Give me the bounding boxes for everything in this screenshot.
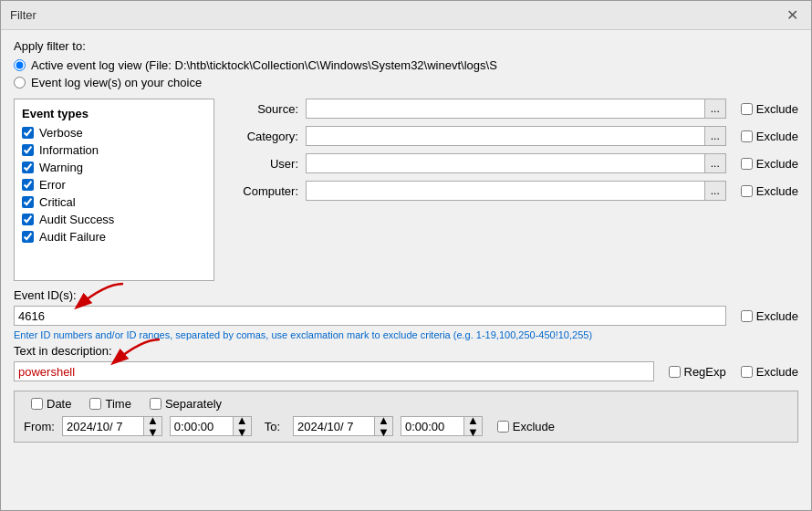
close-button[interactable]: ✕ — [783, 6, 802, 24]
from-time-group: ▲ ▼ — [170, 416, 252, 436]
time-checkbox[interactable] — [89, 398, 101, 410]
category-input[interactable] — [306, 126, 705, 146]
critical-checkbox[interactable] — [22, 196, 34, 208]
event-types-label: Event types — [22, 107, 206, 120]
text-desc-exclude-checkbox[interactable] — [741, 366, 753, 378]
main-content: Event types Verbose Information Warning … — [14, 99, 798, 281]
computer-exclude-group: Exclude — [741, 184, 798, 198]
verbose-label[interactable]: Verbose — [39, 126, 83, 140]
text-desc-row: RegExp Exclude — [14, 361, 798, 381]
source-input-group: ... — [306, 99, 726, 119]
active-log-radio[interactable] — [14, 59, 26, 71]
category-label: Category: — [225, 130, 298, 143]
information-label[interactable]: Information — [39, 143, 99, 157]
user-input[interactable] — [306, 153, 705, 173]
event-types-panel: Event types Verbose Information Warning … — [14, 99, 214, 281]
category-input-group: ... — [306, 126, 726, 146]
user-exclude-checkbox[interactable] — [741, 158, 753, 170]
category-dots-button[interactable]: ... — [705, 126, 726, 146]
date-label[interactable]: Date — [47, 397, 71, 411]
from-time-spin-button[interactable]: ▲ ▼ — [234, 416, 252, 436]
regexp-checkbox[interactable] — [669, 366, 681, 378]
filter-dialog: Filter ✕ Apply filter to: Active event l… — [0, 0, 812, 511]
error-row: Error — [22, 178, 206, 192]
to-time-group: ▲ ▼ — [401, 416, 483, 436]
from-time-input[interactable] — [170, 416, 234, 436]
user-dots-button[interactable]: ... — [705, 153, 726, 173]
computer-input[interactable] — [306, 181, 705, 201]
audit-failure-row: Audit Failure — [22, 230, 206, 244]
category-row: Category: ... Exclude — [225, 126, 798, 146]
audit-failure-checkbox[interactable] — [22, 231, 34, 243]
user-label: User: — [225, 157, 298, 171]
separately-checkbox-group: Separately — [150, 397, 222, 411]
audit-success-label[interactable]: Audit Success — [39, 213, 114, 226]
from-date-input[interactable] — [62, 416, 144, 436]
time-label[interactable]: Time — [105, 397, 130, 411]
audit-success-checkbox[interactable] — [22, 214, 34, 225]
to-time-spin-button[interactable]: ▲ ▼ — [464, 416, 483, 436]
source-exclude-group: Exclude — [741, 102, 798, 116]
user-input-group: ... — [306, 153, 726, 173]
from-date-group: ▲ ▼ — [62, 416, 162, 436]
text-desc-label: Text in description: — [14, 344, 798, 358]
from-label: From: — [24, 420, 55, 433]
to-label: To: — [265, 420, 280, 433]
from-date-spin-button[interactable]: ▲ ▼ — [144, 416, 162, 436]
event-id-label: Event ID(s): — [14, 288, 798, 302]
date-row-top: Date Time Separately — [24, 397, 788, 411]
text-desc-exclude-label[interactable]: Exclude — [756, 365, 798, 379]
source-input[interactable] — [306, 99, 705, 119]
text-desc-exclude-group: Exclude — [741, 365, 798, 379]
event-id-input[interactable] — [14, 306, 726, 326]
active-log-radio-row: Active event log view (File: D:\htb\tick… — [14, 58, 798, 72]
log-choice-label[interactable]: Event log view(s) on your choice — [31, 76, 202, 89]
source-exclude-checkbox[interactable] — [741, 103, 753, 115]
warning-checkbox[interactable] — [22, 162, 34, 173]
date-checkbox-group: Date — [31, 397, 71, 411]
computer-row: Computer: ... Exclude — [225, 181, 798, 201]
bottom-section: Event ID(s): Exc — [14, 288, 798, 443]
event-id-exclude-checkbox[interactable] — [741, 310, 753, 322]
to-date-spin-button[interactable]: ▲ ▼ — [375, 416, 393, 436]
verbose-checkbox[interactable] — [22, 127, 34, 139]
regexp-label[interactable]: RegExp — [684, 365, 726, 379]
event-id-row: Exclude — [14, 306, 798, 326]
computer-exclude-checkbox[interactable] — [741, 185, 753, 197]
log-choice-radio-row: Event log view(s) on your choice — [14, 76, 798, 89]
source-exclude-label[interactable]: Exclude — [756, 102, 798, 116]
to-time-input[interactable] — [401, 416, 464, 436]
separately-checkbox[interactable] — [150, 398, 161, 410]
audit-failure-label[interactable]: Audit Failure — [39, 230, 106, 244]
log-choice-radio[interactable] — [14, 77, 26, 89]
date-exclude-label[interactable]: Exclude — [513, 420, 555, 433]
date-row-bottom: From: ▲ ▼ ▲ ▼ — [24, 416, 788, 436]
information-checkbox[interactable] — [22, 144, 34, 156]
source-row: Source: ... Exclude — [225, 99, 798, 119]
error-checkbox[interactable] — [22, 179, 34, 191]
text-description-input[interactable] — [14, 361, 654, 381]
source-dots-button[interactable]: ... — [705, 99, 726, 119]
computer-dots-button[interactable]: ... — [705, 181, 726, 201]
separately-label[interactable]: Separately — [165, 397, 222, 411]
category-exclude-label[interactable]: Exclude — [756, 130, 798, 143]
apply-filter-label: Apply filter to: — [14, 39, 798, 53]
date-section: Date Time Separately From: — [14, 391, 798, 443]
active-log-label[interactable]: Active event log view (File: D:\htb\tick… — [31, 58, 497, 72]
audit-success-row: Audit Success — [22, 213, 206, 226]
computer-exclude-label[interactable]: Exclude — [756, 184, 798, 198]
date-exclude-checkbox[interactable] — [497, 421, 509, 433]
to-date-input[interactable] — [293, 416, 375, 436]
event-id-exclude-label[interactable]: Exclude — [756, 309, 798, 323]
verbose-row: Verbose — [22, 126, 206, 140]
time-checkbox-group: Time — [89, 397, 130, 411]
date-exclude-group: Exclude — [497, 420, 555, 433]
user-exclude-label[interactable]: Exclude — [756, 157, 798, 171]
error-label[interactable]: Error — [39, 178, 66, 192]
warning-label[interactable]: Warning — [39, 161, 83, 174]
computer-input-group: ... — [306, 181, 726, 201]
category-exclude-checkbox[interactable] — [741, 130, 753, 142]
critical-label[interactable]: Critical — [39, 195, 76, 209]
date-checkbox[interactable] — [31, 398, 43, 410]
computer-label: Computer: — [225, 184, 298, 198]
